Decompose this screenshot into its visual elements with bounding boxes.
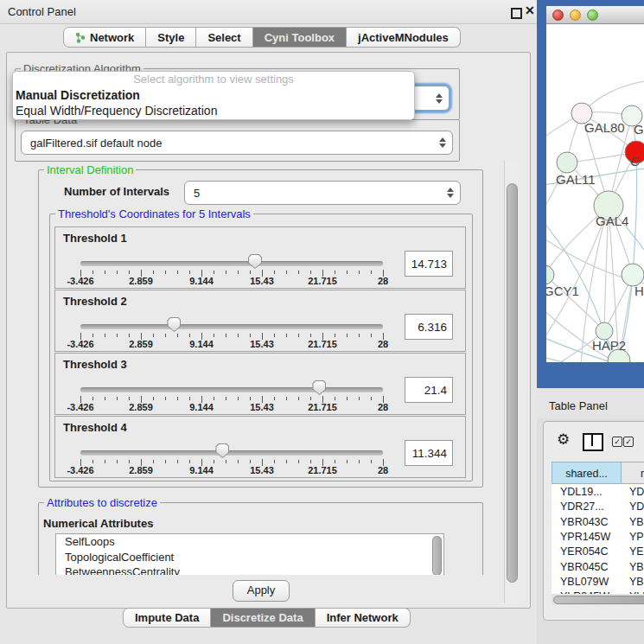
close-icon[interactable]: ✕ xyxy=(525,3,535,17)
close-traffic-light-icon[interactable] xyxy=(552,10,564,21)
scrollbar-thumb[interactable] xyxy=(432,536,442,575)
tab-infer-network[interactable]: Infer Network xyxy=(316,608,411,628)
table-row[interactable]: YPR145WYPR1 xyxy=(552,530,644,545)
stepper-arrows-icon xyxy=(437,137,449,148)
attributes-scrollbar[interactable] xyxy=(432,536,442,575)
screen: Control Panel ✕ NetworkStyleSelectCyni T… xyxy=(0,0,644,644)
dropdown-hint: Select algorithm to view settings xyxy=(13,72,414,87)
node-attribute-table: shared... na YDL19...YDL1YDR27...YDR2YBR… xyxy=(552,462,644,605)
table-toolbar: ⚙ ✓ ✓ xyxy=(544,422,644,460)
tab-label: Cyni Toolbox xyxy=(265,31,335,44)
tick xyxy=(214,334,214,337)
tick xyxy=(189,460,190,463)
tick xyxy=(286,271,287,274)
table-row[interactable]: YDL19...YDL1 xyxy=(552,485,644,500)
tick xyxy=(371,397,372,400)
column-header-shared[interactable]: shared... xyxy=(552,462,622,484)
tab-network[interactable]: Network xyxy=(63,27,146,48)
scrollbar-thumb[interactable] xyxy=(553,596,644,604)
slider-handle[interactable] xyxy=(248,254,262,269)
network-node[interactable] xyxy=(596,322,613,340)
tick xyxy=(105,397,105,400)
threshold-slider[interactable] xyxy=(80,324,383,329)
tick xyxy=(359,334,360,337)
minimize-traffic-light-icon[interactable] xyxy=(570,10,581,21)
cell-name: YDR2 xyxy=(629,500,644,514)
main-scrollbar-thumb[interactable] xyxy=(507,183,518,583)
num-intervals-label: Number of Intervals xyxy=(64,185,169,198)
checkbox-icon[interactable]: ✓ xyxy=(612,437,622,447)
split-view-icon[interactable] xyxy=(583,433,603,451)
tick xyxy=(165,334,166,337)
slider-tick-labels: -3.4262.8599.14415.4321.71528 xyxy=(80,276,383,286)
dropdown-item[interactable]: Manual Discretization xyxy=(13,87,414,103)
tick xyxy=(250,334,251,337)
attribute-item[interactable]: TopologicalCoefficient xyxy=(56,550,443,565)
table-row[interactable]: YER054CYER0 xyxy=(552,545,644,559)
tick xyxy=(335,271,335,274)
slider-handle[interactable] xyxy=(312,380,326,395)
dropdown-item[interactable]: Equal Width/Frequency Discretization xyxy=(13,103,414,118)
tab-impute-data[interactable]: Impute Data xyxy=(123,608,211,628)
network-edge-highlighted[interactable] xyxy=(546,357,581,362)
tick xyxy=(165,397,166,400)
tick-label: 9.144 xyxy=(189,339,214,349)
table-panel: ⚙ ✓ ✓ shared... na YDL19...YDL1YDR27...Y… xyxy=(543,421,644,621)
threshold-label: Threshold 3 xyxy=(63,358,127,371)
tick-label: -3.426 xyxy=(67,402,93,412)
cell-shared-name: YBR043C xyxy=(560,515,609,530)
threshold-slider[interactable] xyxy=(80,387,383,392)
slider-handle[interactable] xyxy=(167,317,181,332)
table-row[interactable]: YBR043CYBR0 xyxy=(552,515,644,530)
table-row[interactable]: YDR27...YDR2 xyxy=(552,500,644,514)
tab-style[interactable]: Style xyxy=(146,27,196,48)
threshold-value-field[interactable]: 14.713 xyxy=(405,251,453,277)
cell-name: YPR1 xyxy=(629,530,644,545)
cell-name: YBR0 xyxy=(629,515,644,530)
threshold-value-field[interactable]: 6.316 xyxy=(405,314,453,340)
tab-discretize-data[interactable]: Discretize Data xyxy=(211,608,315,628)
tick xyxy=(129,271,130,274)
slider-tick-labels: -3.4262.8599.14415.4321.71528 xyxy=(80,465,383,475)
numerical-attributes-list[interactable]: SelfLoopsTopologicalCoefficientBetweenne… xyxy=(55,533,444,575)
node-label: HAP2 xyxy=(592,338,626,353)
threshold-value-field[interactable]: 11.344 xyxy=(405,440,453,466)
threshold-value-field[interactable]: 21.4 xyxy=(405,377,453,403)
apply-button[interactable]: Apply xyxy=(233,580,290,602)
tick xyxy=(250,460,251,463)
tick xyxy=(347,271,348,274)
attribute-item[interactable]: SelfLoops xyxy=(56,534,443,550)
tick xyxy=(238,397,239,400)
cell-shared-name: YBR045C xyxy=(560,560,609,575)
tab-select[interactable]: Select xyxy=(196,27,252,48)
column-header-name[interactable]: na xyxy=(622,462,644,484)
tab-label: Style xyxy=(157,31,184,44)
threshold-slider[interactable] xyxy=(80,261,383,266)
attribute-item[interactable]: BetweennessCentrality xyxy=(56,564,443,575)
float-window-icon[interactable] xyxy=(511,8,522,19)
table-row[interactable]: YBR045CYBR0 xyxy=(552,560,644,575)
network-node[interactable] xyxy=(557,152,577,173)
tab-cyni-toolbox[interactable]: Cyni Toolbox xyxy=(253,27,347,48)
zoom-traffic-light-icon[interactable] xyxy=(587,10,598,21)
network-node[interactable] xyxy=(546,265,554,284)
network-canvas[interactable]: GAL80GACGAL11GAL4GCY1HHAP2 xyxy=(546,24,644,362)
tick xyxy=(298,271,299,274)
tick xyxy=(92,334,93,337)
table-row[interactable]: YBL079WYBL0 xyxy=(552,575,644,590)
tick xyxy=(153,397,154,400)
num-intervals-combobox[interactable]: 5 xyxy=(184,181,461,205)
threshold-slider[interactable] xyxy=(80,450,383,456)
tick xyxy=(214,397,214,400)
table-data-combobox[interactable]: galFiltered.sif default node xyxy=(21,131,453,155)
tick-label: 2.859 xyxy=(129,465,153,475)
main-scrollbar[interactable] xyxy=(504,161,519,603)
gear-icon[interactable]: ⚙ xyxy=(557,430,570,449)
slider-handle[interactable] xyxy=(215,443,229,458)
slider-tick-labels: -3.4262.8599.14415.4321.71528 xyxy=(80,339,383,349)
tick xyxy=(189,397,190,400)
checkbox-icon[interactable]: ✓ xyxy=(623,437,634,447)
tab-jactivemnodules[interactable]: jActiveMNodules xyxy=(347,27,461,48)
table-horizontal-scrollbar[interactable] xyxy=(552,594,644,605)
tick-label: -3.426 xyxy=(67,339,93,349)
